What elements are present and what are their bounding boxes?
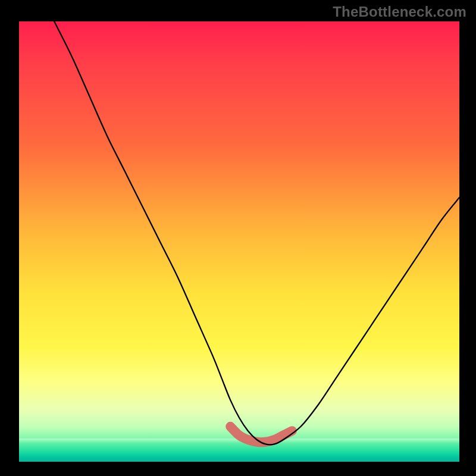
watermark-text: TheBottleneck.com <box>333 4 466 20</box>
plot-area <box>19 21 459 462</box>
chart-container: TheBottleneck.com <box>0 0 476 476</box>
bottleneck-curve-path <box>54 21 459 444</box>
curve-layer <box>19 21 459 462</box>
